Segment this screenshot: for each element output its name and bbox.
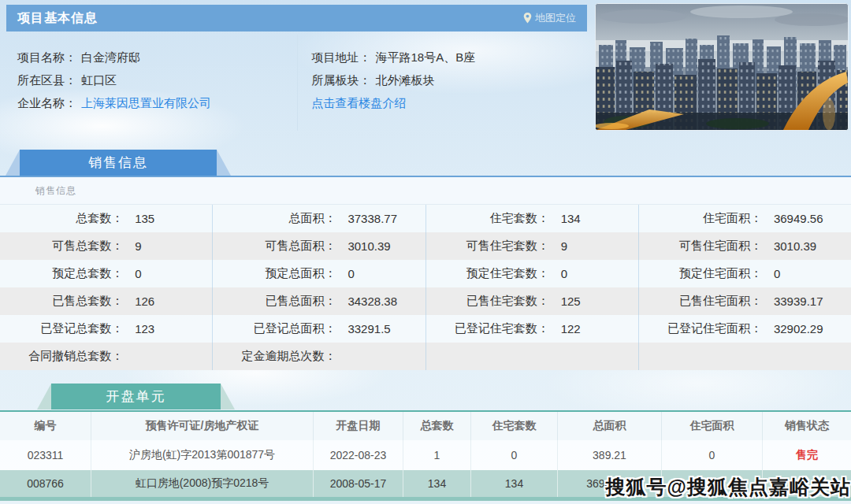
sales-row-registered: 已登记总套数：123 已登记总面积：33291.5 已登记住宅套数：122 已登… xyxy=(0,315,851,343)
field-label: 总面积： xyxy=(213,211,336,226)
sales-field: 总套数：135 xyxy=(0,205,213,232)
address-field: 项目地址：海平路18号A、B座 xyxy=(312,46,578,69)
field-value: 34328.38 xyxy=(336,295,425,308)
field-value: 北外滩板块 xyxy=(376,73,435,87)
sales-field: 预定总面积：0 xyxy=(213,260,426,287)
sales-field: 可售住宅套数：9 xyxy=(426,232,639,260)
unit-open-date: 2022-08-23 xyxy=(314,440,403,470)
field-value: 0 xyxy=(549,267,638,280)
company-link[interactable]: 上海莱因思置业有限公司 xyxy=(81,96,211,109)
field-value: 9 xyxy=(549,239,638,253)
field-value: 3010.39 xyxy=(336,239,425,253)
sales-field: 可售住宅面积：3010.39 xyxy=(639,232,851,260)
sales-row-sold: 已售总套数：126 已售总面积：34328.38 已售住宅套数：125 已售住宅… xyxy=(0,287,851,315)
column-header: 总面积 xyxy=(558,412,662,440)
field-value: 36949.56 xyxy=(762,212,851,225)
units-tab-label: 开盘单元 xyxy=(51,384,221,410)
unit-open-date: 2008-05-17 xyxy=(314,470,403,497)
sales-field: 已售总面积：34328.38 xyxy=(213,287,426,315)
field-label: 项目地址： xyxy=(312,50,371,64)
field-value: 122 xyxy=(549,322,638,335)
unit-residential-count: 134 xyxy=(471,470,558,497)
sales-tab-label: 销售信息 xyxy=(20,150,217,176)
sales-field: 总面积：37338.77 xyxy=(213,205,426,232)
district-field: 所在区县：虹口区 xyxy=(17,69,288,91)
unit-residential-count: 0 xyxy=(471,440,558,470)
field-label: 合同撤销总套数： xyxy=(0,349,123,364)
building-intro-link[interactable]: 点击查看楼盘介绍 xyxy=(312,91,578,114)
field-label: 已登记住宅面积： xyxy=(639,321,762,336)
field-value: 3010.39 xyxy=(762,239,851,253)
sales-field: 定金逾期总次数： xyxy=(213,343,426,370)
field-label: 可售总套数： xyxy=(0,239,123,254)
unit-license: 虹口房地(2008)预字0218号 xyxy=(91,470,314,497)
opening-units-tab[interactable]: 开盘单元 xyxy=(37,384,235,410)
field-value: 海平路18号A、B座 xyxy=(376,50,476,64)
field-value: 32902.29 xyxy=(762,322,851,335)
sales-field xyxy=(426,343,639,370)
sales-field: 已售总套数：126 xyxy=(0,287,213,315)
field-value: 0 xyxy=(123,267,212,280)
field-label: 所在区县： xyxy=(17,73,76,87)
field-label: 可售住宅面积： xyxy=(639,239,762,254)
unit-row-023311[interactable]: 023311 沪房地(虹)字2013第001877号 2022-08-23 1 … xyxy=(0,440,851,470)
field-label: 预定总面积： xyxy=(213,266,336,281)
basic-info-header: 项目基本信息 地图定位 xyxy=(6,5,587,32)
sohu-watermark: 搜狐号@搜狐焦点嘉峪关站 xyxy=(606,474,851,500)
project-name-field: 项目名称：白金湾府邸 xyxy=(17,46,288,69)
field-label: 已售总面积： xyxy=(213,294,336,309)
field-label: 预定住宅面积： xyxy=(639,266,762,281)
sales-field: 住宅面积：36949.56 xyxy=(639,205,851,232)
field-label: 住宅套数： xyxy=(426,211,549,226)
sales-field xyxy=(639,343,851,370)
sales-info-tab[interactable]: 销售信息 xyxy=(6,150,231,176)
field-value: 123 xyxy=(123,322,212,335)
map-pin-icon xyxy=(523,13,532,24)
field-label: 可售总面积： xyxy=(213,239,336,254)
field-label: 总套数： xyxy=(0,211,123,226)
sales-field: 已登记住宅套数：122 xyxy=(426,315,639,343)
field-label: 项目名称： xyxy=(17,50,76,64)
field-value: 37338.77 xyxy=(336,212,425,225)
sales-field: 住宅套数：134 xyxy=(426,205,639,232)
sales-field: 可售总套数：9 xyxy=(0,232,213,260)
field-value: 135 xyxy=(123,212,212,225)
field-label: 预定住宅套数： xyxy=(426,266,549,281)
field-label: 已登记总面积： xyxy=(213,321,336,336)
project-photo xyxy=(595,3,849,131)
sales-field: 预定总套数：0 xyxy=(0,260,213,287)
map-locate-label: 地图定位 xyxy=(535,11,576,25)
field-label: 住宅面积： xyxy=(639,211,762,226)
sales-field: 已售住宅套数：125 xyxy=(426,287,639,315)
field-value: 0 xyxy=(762,267,851,280)
unit-id: 008766 xyxy=(0,470,91,497)
sales-field: 已登记总面积：33291.5 xyxy=(213,315,426,343)
column-header: 预售许可证/房地产权证 xyxy=(91,412,314,440)
field-value: 9 xyxy=(123,239,212,253)
column-header: 总套数 xyxy=(403,412,471,440)
basic-info-right-column: 项目地址：海平路18号A、B座 所属板块：北外滩板块 点击查看楼盘介绍 xyxy=(297,35,588,131)
sales-field: 已登记住宅面积：32902.29 xyxy=(639,315,851,343)
sales-row-sellable: 可售总套数：9 可售总面积：3010.39 可售住宅套数：9 可售住宅面积：30… xyxy=(0,232,851,260)
basic-info-left-column: 项目名称：白金湾府邸 所在区县：虹口区 企业名称：上海莱因思置业有限公司 xyxy=(6,35,297,131)
unit-total-count: 134 xyxy=(403,470,471,497)
map-locate-link[interactable]: 地图定位 xyxy=(523,11,576,25)
unit-total-count: 1 xyxy=(403,440,471,470)
field-label: 已登记总套数： xyxy=(0,321,123,336)
units-header-row: 编号 预售许可证/房地产权证 开盘日期 总套数 住宅套数 总面积 住宅面积 销售… xyxy=(0,410,851,440)
column-header: 住宅套数 xyxy=(471,412,558,440)
unit-residential-area: 0 xyxy=(662,440,763,470)
plate-field: 所属板块：北外滩板块 xyxy=(312,69,578,91)
sales-row-total: 总套数：135 总面积：37338.77 住宅套数：134 住宅面积：36949… xyxy=(0,205,851,232)
company-field: 企业名称：上海莱因思置业有限公司 xyxy=(17,91,288,114)
field-value: 33939.17 xyxy=(762,295,851,308)
field-label: 企业名称： xyxy=(17,96,76,109)
city-skyline-illustration xyxy=(596,4,848,130)
field-value: 白金湾府邸 xyxy=(81,50,140,64)
field-value: 125 xyxy=(549,295,638,308)
sales-field: 预定住宅面积：0 xyxy=(639,260,851,287)
unit-sale-status: 售完 xyxy=(763,440,851,470)
field-value: 33291.5 xyxy=(336,322,425,335)
field-label: 已售住宅套数： xyxy=(426,294,549,309)
sales-row-cancelled: 合同撤销总套数： 定金逾期总次数： xyxy=(0,343,851,370)
